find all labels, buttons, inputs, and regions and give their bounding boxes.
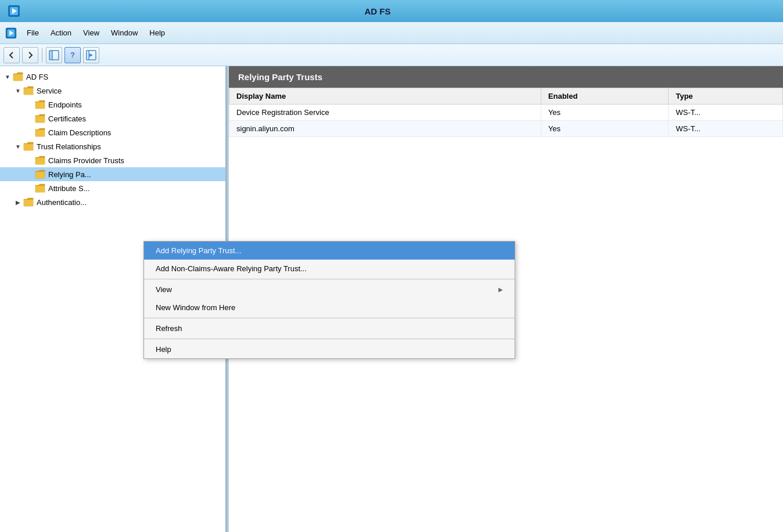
tree-item-authentication-policies[interactable]: Authenticatio... (0, 195, 225, 209)
tree-item-certificates[interactable]: Certificates (0, 112, 225, 125)
folder-icon-service (23, 85, 34, 96)
ctx-view[interactable]: View ▶ (144, 281, 515, 299)
tree-item-attribute-stores[interactable]: Attribute S... (0, 181, 225, 195)
ctx-refresh[interactable]: Refresh (144, 319, 515, 337)
title-bar-title: AD FS (365, 6, 391, 16)
folder-icon-endpoints (35, 99, 45, 110)
cell-display-name-2: signin.aliyun.com (229, 121, 541, 137)
ctx-label-refresh: Refresh (156, 324, 182, 333)
menu-view[interactable]: View (78, 26, 104, 39)
cell-enabled-1: Yes (541, 105, 669, 121)
cell-type-2: WS-T... (669, 121, 783, 137)
folder-icon-adfs (13, 71, 23, 82)
ctx-label-help: Help (156, 345, 171, 354)
menu-bar: File Action View Window Help (0, 22, 783, 44)
toolbar-separator-1 (42, 48, 42, 62)
table-container: Display Name Enabled Type Device Registr… (229, 88, 783, 137)
tree-item-claim-descriptions[interactable]: Claim Descriptions (0, 125, 225, 139)
tree-label-claim-descriptions: Claim Descriptions (48, 128, 111, 137)
tree-arrow-authentication-policies (14, 198, 22, 206)
ctx-separator-1 (144, 279, 515, 279)
tree-item-relying-party-trusts[interactable]: Relying Pa... (0, 167, 225, 181)
ctx-arrow-view: ▶ (498, 286, 503, 293)
panel-header: Relying Party Trusts (229, 66, 783, 88)
tree-item-adfs[interactable]: AD FS (0, 70, 225, 84)
folder-icon-trust-relationships (23, 141, 34, 152)
tree-label-certificates: Certificates (48, 114, 86, 123)
ctx-label-add-non-claims: Add Non-Claims-Aware Relying Party Trust… (156, 264, 307, 273)
menu-help[interactable]: Help (145, 26, 170, 39)
ctx-add-non-claims[interactable]: Add Non-Claims-Aware Relying Party Trust… (144, 260, 515, 278)
col-header-type: Type (669, 88, 783, 105)
adfs-menu-icon (5, 27, 17, 39)
cell-display-name-1: Device Registration Service (229, 105, 541, 121)
toolbar: ? (0, 44, 783, 66)
adfs-title-icon (7, 4, 21, 18)
folder-icon-claims-provider-trusts (35, 155, 45, 166)
folder-icon-claim-descriptions (35, 127, 45, 138)
ctx-label-view: View (156, 285, 172, 294)
folder-icon-relying-party-trusts (35, 169, 45, 179)
title-bar-left (7, 4, 26, 18)
cell-enabled-2: Yes (541, 121, 669, 137)
col-header-display-name: Display Name (229, 88, 541, 105)
tree-arrow-service (14, 87, 22, 95)
ctx-help[interactable]: Help (144, 340, 515, 358)
ctx-new-window[interactable]: New Window from Here (144, 299, 515, 317)
tree-item-service[interactable]: Service (0, 84, 225, 98)
tree-label-claims-provider-trusts: Claims Provider Trusts (48, 156, 124, 165)
cell-type-1: WS-T... (669, 105, 783, 121)
tree-label-authentication-policies: Authenticatio... (37, 198, 87, 207)
table-row[interactable]: Device Registration Service Yes WS-T... (229, 105, 783, 121)
menu-window[interactable]: Window (106, 26, 142, 39)
title-bar: AD FS (0, 0, 783, 22)
col-header-enabled: Enabled (541, 88, 669, 105)
menu-file[interactable]: File (22, 26, 44, 39)
show-hide-button[interactable] (46, 47, 62, 63)
tree-label-service: Service (37, 87, 62, 95)
tree-arrow-trust-relationships (14, 142, 22, 150)
tree-item-endpoints[interactable]: Endpoints (0, 98, 225, 112)
ctx-separator-2 (144, 318, 515, 318)
ctx-add-relying-party[interactable]: Add Relying Party Trust... (144, 242, 515, 260)
table-row[interactable]: signin.aliyun.com Yes WS-T... (229, 121, 783, 137)
ctx-separator-3 (144, 339, 515, 339)
tree-label-attribute-stores: Attribute S... (48, 184, 90, 193)
forward-button[interactable] (22, 47, 38, 63)
menu-action[interactable]: Action (46, 26, 76, 39)
tree-item-trust-relationships[interactable]: Trust Relationships (0, 139, 225, 153)
ctx-label-new-window: New Window from Here (156, 303, 235, 312)
tree-label-endpoints: Endpoints (48, 100, 82, 109)
folder-icon-certificates (35, 113, 45, 124)
svg-marker-11 (89, 53, 93, 57)
folder-icon-attribute-stores (35, 183, 45, 193)
help-button[interactable]: ? (64, 47, 81, 63)
tree-label-relying-party-trusts: Relying Pa... (48, 170, 91, 179)
tree-arrow-adfs (3, 73, 12, 81)
ctx-label-add-relying: Add Relying Party Trust... (156, 246, 241, 255)
tree-label-adfs: AD FS (26, 73, 48, 81)
relying-party-table: Display Name Enabled Type Device Registr… (229, 88, 783, 137)
properties-button[interactable] (83, 47, 99, 63)
tree-item-claims-provider-trusts[interactable]: Claims Provider Trusts (0, 153, 225, 167)
folder-icon-authentication-policies (23, 197, 34, 207)
back-button[interactable] (3, 47, 20, 63)
tree-label-trust-relationships: Trust Relationships (37, 142, 101, 151)
context-menu: Add Relying Party Trust... Add Non-Claim… (143, 241, 515, 359)
